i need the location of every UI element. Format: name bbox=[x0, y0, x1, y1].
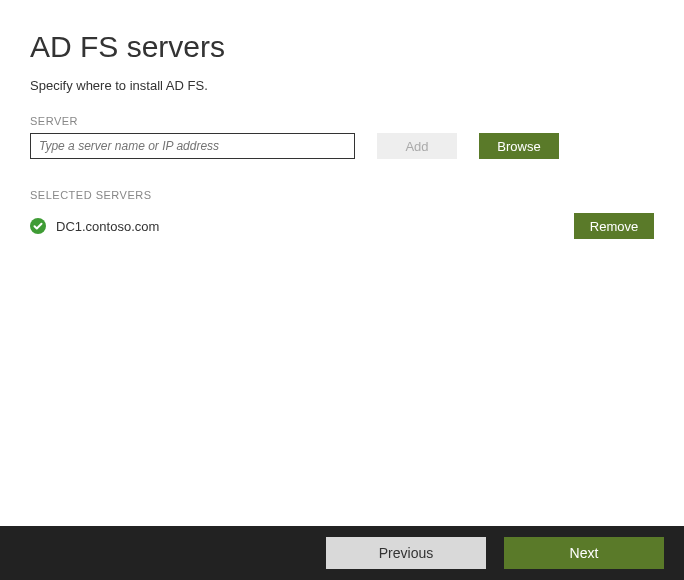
page-title: AD FS servers bbox=[30, 30, 654, 64]
selected-servers-label: SELECTED SERVERS bbox=[30, 189, 654, 201]
selected-server-row: DC1.contoso.com Remove bbox=[30, 213, 654, 239]
checkmark-success-icon bbox=[30, 218, 46, 234]
previous-button[interactable]: Previous bbox=[326, 537, 486, 569]
add-button[interactable]: Add bbox=[377, 133, 457, 159]
server-field-label: SERVER bbox=[30, 115, 654, 127]
next-button[interactable]: Next bbox=[504, 537, 664, 569]
server-input-row: Add Browse bbox=[30, 133, 654, 159]
wizard-footer: Previous Next bbox=[0, 526, 684, 580]
browse-button[interactable]: Browse bbox=[479, 133, 559, 159]
main-content: AD FS servers Specify where to install A… bbox=[0, 0, 684, 239]
selected-server-item: DC1.contoso.com bbox=[30, 218, 159, 234]
server-name-input[interactable] bbox=[30, 133, 355, 159]
page-subtitle: Specify where to install AD FS. bbox=[30, 78, 654, 93]
selected-server-name: DC1.contoso.com bbox=[56, 219, 159, 234]
remove-button[interactable]: Remove bbox=[574, 213, 654, 239]
